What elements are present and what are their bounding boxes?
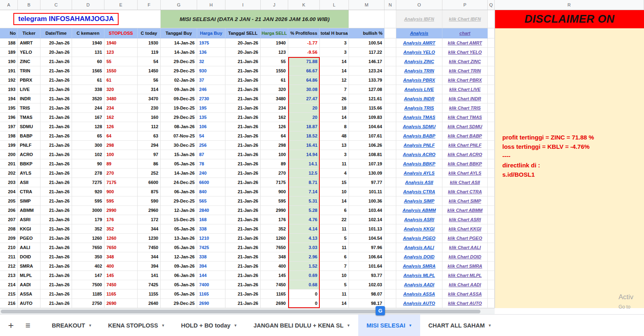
cell-tanggal_sell[interactable]: 21-Jan-26	[225, 178, 261, 187]
cell-harga_sell[interactable]: 7450	[261, 280, 288, 290]
cell-c_today[interactable]: 86	[138, 159, 161, 169]
cell-harga_sell[interactable]: 298	[261, 141, 288, 150]
cell-harga_sell[interactable]: 595	[261, 197, 288, 206]
chart-link[interactable]: klik Chart ABMM	[442, 206, 488, 215]
cell-harga_buy[interactable]: 930	[197, 66, 225, 76]
cell-c_kemaren[interactable]: 102	[72, 150, 104, 159]
cell-total_h[interactable]: 14	[320, 197, 349, 206]
cell-total_h[interactable]: 10	[320, 187, 349, 197]
chart-link[interactable]: klik Chart ASSA	[442, 290, 488, 299]
cell-stoploss[interactable]: 3480	[104, 94, 138, 104]
cell-tanggal_buy[interactable]: 29-Dec-25	[161, 299, 197, 308]
cell-stoploss[interactable]: 89	[104, 159, 138, 169]
cell-date[interactable]: 21-Jan-26	[40, 122, 72, 131]
cell-tanggal_sell[interactable]: 21-Jan-26	[225, 262, 261, 271]
cell-profit[interactable]: 8.71	[288, 178, 320, 187]
cell-stoploss[interactable]: 145	[104, 271, 138, 280]
analysis-link[interactable]: Analysis CTRA	[396, 187, 442, 197]
cell-c_kemaren[interactable]: 278	[72, 169, 104, 178]
cell-total_h[interactable]: 14	[320, 113, 349, 122]
cell-total_h[interactable]: 22	[320, 215, 349, 224]
cell-q[interactable]	[488, 38, 495, 48]
cell-stoploss[interactable]: 1165	[104, 290, 138, 299]
cell-total_h[interactable]: 5	[320, 234, 349, 243]
cell-total_h[interactable]: 6	[320, 252, 349, 262]
cell-total_h[interactable]: 4	[320, 169, 349, 178]
column-letter-P[interactable]: P	[442, 0, 488, 10]
cell-harga_sell[interactable]: 145	[261, 271, 288, 280]
cell-no[interactable]: 193	[0, 85, 18, 94]
cell-tanggal_sell[interactable]: 21-Jan-26	[225, 206, 261, 215]
cell-ticker[interactable]: ASSA	[18, 290, 40, 299]
chart-link[interactable]: klik Chart AALI	[442, 243, 488, 252]
cell-c_kemaren[interactable]: 1185	[72, 290, 104, 299]
cell-harga_buy[interactable]: 136	[197, 48, 225, 57]
cell-blank[interactable]	[385, 206, 396, 215]
cell-c_today[interactable]: 7450	[138, 243, 161, 252]
cell-q[interactable]	[488, 290, 495, 299]
cell-bullish[interactable]: 107.61	[349, 131, 385, 141]
chart-link[interactable]: klik Chart SMRA	[442, 262, 488, 271]
cell-total_h[interactable]: 15	[320, 178, 349, 187]
cell-no[interactable]: 200	[0, 150, 18, 159]
cell-bullish[interactable]: 121.61	[349, 94, 385, 104]
cell-bullish[interactable]: 130.09	[349, 169, 385, 178]
header-date[interactable]: Date/Time	[40, 28, 72, 38]
cell-blank[interactable]	[385, 197, 396, 206]
horizontal-scrollbar-thumb[interactable]	[1, 310, 480, 313]
column-letter-L[interactable]: L	[320, 0, 349, 10]
column-letter-D[interactable]: D	[72, 0, 104, 10]
cell-blank[interactable]	[385, 262, 396, 271]
cell-tanggal_sell[interactable]: 21-Jan-26	[225, 94, 261, 104]
analysis-link[interactable]: Analysis AALI	[396, 243, 442, 252]
cell-harga_buy[interactable]: 106	[197, 122, 225, 131]
cell-tanggal_sell[interactable]: 21-Jan-26	[225, 113, 261, 122]
cell-harga_buy[interactable]: 338	[197, 224, 225, 234]
cell-bullish[interactable]: 103.44	[349, 206, 385, 215]
cell-tanggal_buy[interactable]: 05-Jan-26	[161, 280, 197, 290]
analysis-link[interactable]: Analysis DOID	[396, 252, 442, 262]
cell-profit[interactable]: 18.52	[288, 131, 320, 141]
chart-link[interactable]: klik Chart DOID	[442, 252, 488, 262]
cell-ticker[interactable]: AUTO	[18, 299, 40, 308]
misi-selesai-banner[interactable]: MISI SELESAI (DATA 2 JAN - 21 JAN 2026 J…	[161, 10, 349, 28]
cell-blank[interactable]	[385, 38, 396, 48]
column-letter-N[interactable]: N	[385, 0, 396, 10]
cell-c_kemaren[interactable]: 90	[72, 159, 104, 169]
cell-total_h[interactable]: 11	[320, 243, 349, 252]
cell-c_kemaren[interactable]: 65	[72, 131, 104, 141]
empty-cell-n1[interactable]	[385, 10, 396, 28]
cell-stoploss[interactable]: 270	[104, 169, 138, 178]
cell-profit[interactable]: 14.1	[288, 159, 320, 169]
cell-harga_buy[interactable]: 7425	[197, 243, 225, 252]
cell-tanggal_sell[interactable]: 21-Jan-26	[225, 159, 261, 169]
cell-ticker[interactable]: YELO	[18, 48, 40, 57]
cell-bullish[interactable]: 104.54	[349, 234, 385, 243]
cell-blank[interactable]	[385, 224, 396, 234]
cell-tanggal_sell[interactable]: 21-Jan-26	[225, 290, 261, 299]
cell-harga_buy[interactable]: 144	[197, 271, 225, 280]
cell-harga_sell[interactable]: 55	[261, 57, 288, 66]
chart-ibfn-link[interactable]: klik Chart IBFN	[442, 10, 488, 28]
analysis-link[interactable]: Analysis TRIS	[396, 104, 442, 113]
column-letter-A[interactable]: A	[0, 0, 18, 10]
cell-c_kemaren[interactable]: 128	[72, 122, 104, 131]
cell-harga_buy[interactable]: 32	[197, 57, 225, 66]
header-ticker[interactable]: Ticker	[18, 28, 40, 38]
cell-blank[interactable]	[385, 290, 396, 299]
cell-c_today[interactable]: 294	[138, 141, 161, 150]
cell-tanggal_buy[interactable]: 14-Jan-26	[161, 48, 197, 57]
cell-tanggal_buy[interactable]: 14-Jan-26	[161, 38, 197, 48]
analysis-link[interactable]: Analysis INDR	[396, 94, 442, 104]
cell-q[interactable]	[488, 131, 495, 141]
analysis-link[interactable]: Analysis ASRI	[396, 215, 442, 224]
cell-harga_sell[interactable]: 162	[261, 113, 288, 122]
cell-total_h[interactable]: 13	[320, 141, 349, 150]
cell-date[interactable]: 20-Jan-26	[40, 38, 72, 48]
cell-stoploss[interactable]: 2990	[104, 206, 138, 215]
chart-link[interactable]: klik Chart LIVE	[442, 85, 488, 94]
analysis-link[interactable]: Analysis SDMU	[396, 122, 442, 131]
cell-stoploss[interactable]: 123	[104, 48, 138, 57]
cell-c_today[interactable]: 230	[138, 104, 161, 113]
cell-q[interactable]	[488, 104, 495, 113]
